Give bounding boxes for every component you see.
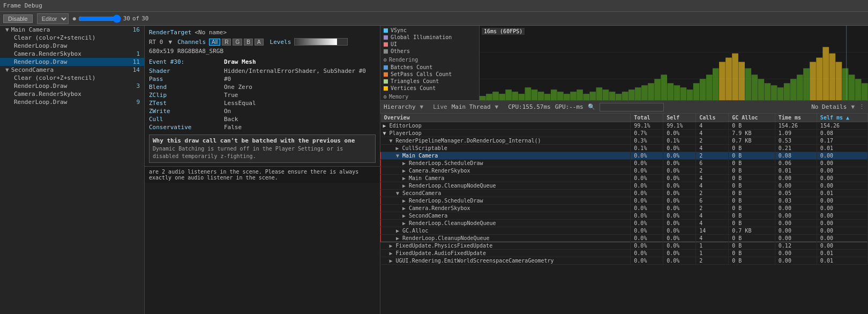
svg-rect-42: [732, 54, 738, 100]
setpass-dot: [384, 72, 388, 77]
fps-label: 16ms (60FPS): [482, 28, 525, 35]
col-timems[interactable]: Time ms: [775, 114, 817, 122]
channels-label: Channels: [177, 39, 206, 46]
table-row[interactable]: ▶ RenderLoop.CleanupNodeQueue0.0%0.0%40 …: [381, 235, 868, 242]
render-target-row: RenderTarget <No name>: [145, 28, 380, 37]
svg-rect-52: [797, 74, 803, 100]
table-row[interactable]: ▶ RenderLoop.CleanupNodeQueue0.0%0.0%40 …: [381, 220, 868, 227]
search-input[interactable]: [600, 103, 664, 111]
details-menu-icon[interactable]: ⋮: [859, 103, 865, 110]
legend-vsync[interactable]: VSync: [380, 27, 479, 34]
batching-info-box: Why this draw call can't be batched with…: [149, 134, 376, 163]
table-row[interactable]: ▶ RenderLoop.ScheduleDraw0.0%0.0%60 B0.0…: [381, 197, 868, 205]
col-self[interactable]: Self: [663, 114, 696, 122]
channel-a-btn[interactable]: A: [255, 39, 264, 46]
svg-rect-25: [622, 92, 628, 100]
table-row[interactable]: ▶ Camera.RenderSkybox0.0%0.0%20 B0.000.0…: [381, 205, 868, 212]
col-total[interactable]: Total: [631, 114, 663, 122]
table-row[interactable]: ▶ Main Camera0.0%0.0%40 B0.000.00: [381, 175, 868, 182]
svg-rect-35: [687, 89, 693, 100]
svg-rect-28: [641, 85, 648, 100]
svg-rect-37: [700, 79, 706, 100]
tree-item-clear-stencil[interactable]: Clear (color+Z+stencil): [0, 34, 144, 42]
legend-setpass[interactable]: SetPass Calls Count: [380, 71, 479, 78]
table-row[interactable]: ▶ RenderLoop.ScheduleDraw0.0%0.0%60 B0.0…: [381, 160, 868, 167]
editor-select[interactable]: Editor: [37, 13, 69, 24]
svg-rect-4: [486, 94, 492, 100]
table-row[interactable]: ▼ SecondCamera0.0%0.0%20 B0.050.01: [381, 190, 868, 197]
tree-item-renderloop-draw-1[interactable]: RenderLoop.Draw: [0, 42, 144, 50]
col-overview[interactable]: Overview: [381, 114, 631, 122]
table-row[interactable]: ▶ CullScriptable0.1%0.0%40 B0.210.01: [381, 145, 868, 152]
channel-g-btn[interactable]: G: [233, 39, 242, 46]
channel-all-btn[interactable]: All: [209, 39, 220, 46]
legend-vertices[interactable]: Vertices Count: [380, 85, 479, 92]
tree-item-camera-skybox-1[interactable]: Camera.RenderSkybox1: [0, 50, 144, 58]
properties-section: ShaderHidden/InternalErrorShader, SubSha…: [145, 67, 380, 131]
table-row[interactable]: ▶ EditorLoop99.1%99.1%40 B154.26154.26: [381, 122, 868, 130]
legend-triangles[interactable]: Triangles Count: [380, 78, 479, 85]
frame-total: 30: [141, 15, 148, 22]
profiler-chart-area: VSync Global Illumination UI Others ⚙ Re…: [380, 26, 868, 101]
memory-section-title: ⚙ Memory: [380, 92, 479, 100]
prop-row-zclip: ZClipTrue: [145, 91, 380, 99]
tree-item-second-camera[interactable]: ▼ SecondCamera14: [0, 66, 144, 74]
legend-others[interactable]: Others: [380, 48, 479, 55]
svg-rect-62: [862, 83, 868, 100]
channel-b-btn[interactable]: B: [244, 39, 253, 46]
svg-rect-27: [635, 87, 641, 100]
svg-rect-21: [596, 87, 603, 100]
table-row[interactable]: ▶ UGUI.Rendering.EmitWorldScreenspaceCam…: [381, 257, 868, 265]
frame-number: 30: [123, 15, 130, 22]
svg-rect-32: [667, 83, 674, 100]
tree-item-renderloop-draw-3[interactable]: RenderLoop.Draw3: [0, 82, 144, 90]
table-header: Overview Total Self Calls GC Alloc Time …: [381, 114, 868, 122]
batches-label: Batches Count: [391, 64, 432, 70]
legend-batches[interactable]: Batches Count: [380, 64, 479, 71]
prop-row-cull: CullBack: [145, 115, 380, 123]
tree-item-renderloop-draw-2[interactable]: RenderLoop.Draw11: [0, 58, 144, 66]
col-calls[interactable]: Calls: [696, 114, 729, 122]
table-row[interactable]: ▼ PlayerLoop0.7%0.0%47.9 KB1.090.08: [381, 130, 868, 137]
svg-rect-19: [583, 94, 589, 100]
batching-title: Why this draw call can't be batched with…: [153, 137, 372, 144]
search-icon: 🔍: [588, 103, 595, 110]
col-gcalloc[interactable]: GC Alloc: [729, 114, 775, 122]
svg-rect-39: [713, 68, 719, 100]
table-row[interactable]: ▶ RenderLoop.CleanupNodeQueue0.0%0.0%40 …: [381, 182, 868, 190]
svg-rect-26: [628, 89, 635, 100]
event-name: Draw Mesh: [224, 58, 376, 65]
table-row[interactable]: ▶ GC.Alloc0.0%0.0%140.7 KB0.000.00: [381, 227, 868, 235]
gpu-value: GPU:--ms: [555, 103, 583, 110]
table-row[interactable]: ▶ Camera.RenderSkybox0.0%0.0%20 B0.010.0…: [381, 167, 868, 175]
disable-button[interactable]: Disable: [3, 14, 33, 23]
legend-gi[interactable]: Global Illumination: [380, 34, 479, 41]
tree-item-clear-stencil-2[interactable]: Clear (color+Z+stencil): [0, 74, 144, 82]
tree-item-main-camera[interactable]: ▼ Main Camera16: [0, 26, 144, 34]
table-row[interactable]: ▶ FixedUpdate.AudioFixedUpdate0.0%0.0%10…: [381, 250, 868, 257]
table-row[interactable]: ▶ FixedUpdate.PhysicsFixedUpdate0.0%0.0%…: [381, 242, 868, 250]
channel-r-btn[interactable]: R: [222, 39, 231, 46]
legend-ui[interactable]: UI: [380, 41, 479, 48]
tree-item-renderloop-draw-4[interactable]: RenderLoop.Draw9: [0, 98, 144, 106]
col-selfms[interactable]: Self ms ▲: [817, 114, 867, 122]
svg-rect-8: [512, 92, 518, 100]
tree-item-camera-skybox-2[interactable]: Camera.RenderSkybox: [0, 90, 144, 98]
gi-label: Global Illumination: [391, 34, 452, 40]
svg-rect-16: [564, 94, 570, 100]
table-row[interactable]: ▶ SecondCamera0.0%0.0%40 B0.000.00: [381, 212, 868, 220]
svg-rect-49: [777, 87, 784, 100]
svg-rect-43: [738, 62, 745, 100]
warning-bar: are 2 audio listeners in the scene. Plea…: [145, 166, 380, 183]
frame-slider[interactable]: [78, 14, 121, 23]
svg-rect-14: [551, 89, 557, 100]
svg-rect-33: [674, 85, 680, 100]
resolution-value: 680x519 R8G8B8A8_SRGB: [149, 48, 223, 55]
levels-bar: [294, 38, 348, 46]
svg-rect-38: [706, 74, 713, 100]
table-row[interactable]: ▼ Main Camera0.0%0.0%20 B0.080.00: [381, 152, 868, 160]
table-row[interactable]: ▼ RenderPipelineManager.DoRenderLoop_Int…: [381, 137, 868, 145]
svg-rect-45: [752, 74, 758, 100]
svg-rect-36: [693, 83, 700, 100]
svg-rect-12: [538, 92, 544, 100]
